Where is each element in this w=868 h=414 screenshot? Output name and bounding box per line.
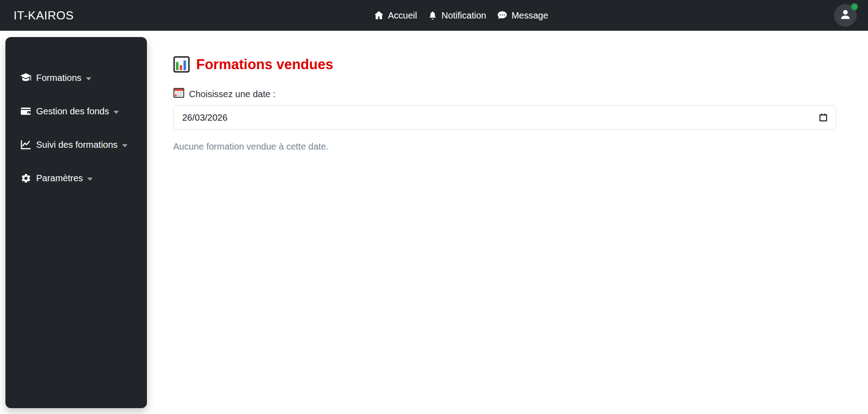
- nav-item-label: Notification: [441, 10, 486, 21]
- date-label: Choisissez une date :: [173, 87, 836, 101]
- date-input-wrap: [173, 105, 836, 130]
- chevron-down-icon: [122, 144, 127, 147]
- online-status-dot: [851, 3, 858, 10]
- empty-state-message: Aucune formation vendue à cette date.: [173, 141, 836, 152]
- bar-chart-icon: [173, 56, 190, 73]
- calendar-icon: [173, 87, 184, 101]
- user-avatar-button[interactable]: [834, 4, 857, 27]
- sidebar-item-label: Suivi des formations: [36, 140, 118, 150]
- chevron-down-icon: [86, 77, 91, 80]
- chart-line-icon: [20, 140, 32, 150]
- sidebar-item-formations[interactable]: Formations: [20, 69, 138, 87]
- nav-item-message[interactable]: Message: [497, 10, 548, 21]
- chevron-down-icon: [113, 111, 119, 114]
- chevron-down-icon: [87, 178, 93, 181]
- sidebar: Formations Gestion des fonds Suivi des f…: [5, 37, 147, 408]
- calendar-picker-icon[interactable]: [818, 113, 828, 124]
- person-icon: [839, 8, 852, 23]
- sidebar-item-suivi-des-formations[interactable]: Suivi des formations: [20, 136, 138, 154]
- nav-item-label: Accueil: [388, 10, 417, 21]
- sidebar-item-gestion-des-fonds[interactable]: Gestion des fonds: [20, 102, 138, 120]
- nav-item-label: Message: [511, 10, 548, 21]
- nav-item-accueil[interactable]: Accueil: [373, 10, 417, 21]
- sidebar-item-parametres[interactable]: Paramètres: [20, 169, 138, 187]
- page-title: Formations vendues: [173, 56, 836, 73]
- brand-logo[interactable]: IT-KAIROS: [14, 9, 74, 23]
- sidebar-item-label: Paramètres: [36, 173, 83, 183]
- main-nav: Accueil Notification Message: [373, 0, 548, 31]
- bell-icon: [428, 10, 438, 21]
- nav-item-notification[interactable]: Notification: [428, 10, 486, 21]
- wallet-icon: [20, 106, 32, 116]
- sidebar-item-label: Formations: [36, 73, 81, 83]
- page-title-text: Formations vendues: [196, 56, 333, 73]
- top-navbar: IT-KAIROS Accueil Notification: [0, 0, 868, 31]
- main-content: Formations vendues Choisissez une date :: [173, 31, 836, 152]
- home-icon: [373, 10, 384, 21]
- message-icon: [497, 10, 508, 21]
- date-input[interactable]: [173, 105, 836, 130]
- graduation-cap-icon: [20, 73, 32, 83]
- date-label-text: Choisissez une date :: [189, 89, 275, 99]
- sidebar-item-label: Gestion des fonds: [36, 106, 109, 117]
- gear-icon: [20, 173, 32, 183]
